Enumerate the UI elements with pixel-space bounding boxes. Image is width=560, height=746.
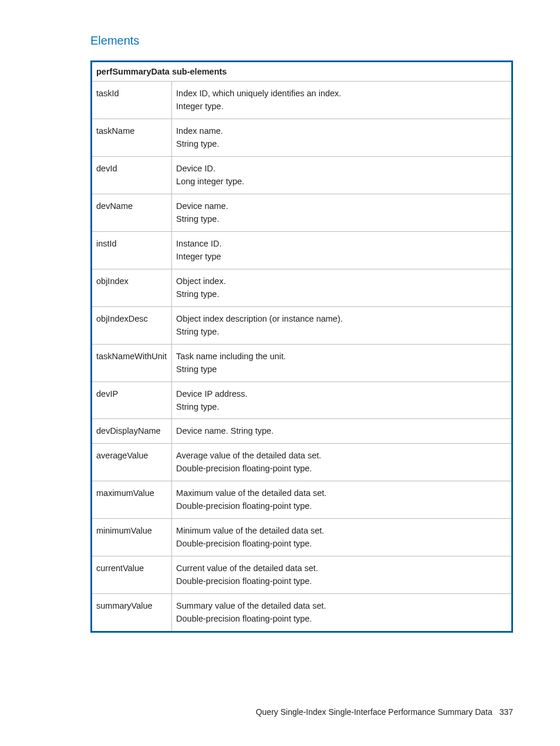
element-description: Device name.String type. [172, 194, 512, 231]
element-description: Current value of the detailed data set.D… [172, 556, 512, 593]
element-description: Device name. String type. [172, 419, 512, 443]
element-description: Index name.String type. [172, 119, 512, 156]
table-row: objIndexDescObject index description (or… [92, 306, 512, 344]
footer-text: Query Single-Index Single-Interface Perf… [256, 707, 492, 717]
element-description: Index ID, which uniquely identifies an i… [172, 82, 512, 119]
element-description: Object index.String type. [172, 269, 512, 306]
element-description: Device IP address.String type. [172, 382, 512, 419]
element-name: objIndex [92, 269, 172, 306]
element-name: averageValue [92, 443, 172, 481]
section-title: Elements [90, 34, 513, 48]
table-row: objIndexObject index.String type. [92, 269, 512, 306]
table-row: maximumValueMaximum value of the detaile… [92, 481, 512, 518]
element-name: devId [92, 156, 172, 194]
element-description: Summary value of the detailed data set.D… [172, 593, 512, 632]
page-footer: Query Single-Index Single-Interface Perf… [256, 707, 513, 717]
table-header: perfSummaryData sub-elements [92, 62, 512, 82]
page-number: 337 [500, 707, 513, 717]
table-row: taskNameWithUnitTask name including the … [92, 344, 512, 382]
table-row: averageValueAverage value of the detaile… [92, 443, 512, 481]
table-row: minimumValueMinimum value of the detaile… [92, 518, 512, 556]
element-name: taskNameWithUnit [92, 344, 172, 382]
element-description: Average value of the detailed data set.D… [172, 443, 512, 481]
elements-table: perfSummaryData sub-elements taskIdIndex… [90, 60, 513, 633]
element-description: Instance ID.Integer type [172, 231, 512, 269]
table-row: summaryValueSummary value of the detaile… [92, 593, 512, 632]
table-row: currentValueCurrent value of the detaile… [92, 556, 512, 593]
element-name: summaryValue [92, 593, 172, 632]
element-name: devDisplayName [92, 419, 172, 443]
element-name: devName [92, 194, 172, 231]
element-description: Minimum value of the detailed data set.D… [172, 518, 512, 556]
element-name: objIndexDesc [92, 306, 172, 344]
table-row: devDisplayNameDevice name. String type. [92, 419, 512, 443]
element-name: minimumValue [92, 518, 172, 556]
table-row: taskIdIndex ID, which uniquely identifie… [92, 82, 512, 119]
table-row: devNameDevice name.String type. [92, 194, 512, 231]
element-description: Task name including the unit.String type [172, 344, 512, 382]
element-name: taskName [92, 119, 172, 156]
element-name: currentValue [92, 556, 172, 593]
element-description: Maximum value of the detailed data set.D… [172, 481, 512, 518]
table-row: instIdInstance ID.Integer type [92, 231, 512, 269]
table-row: taskNameIndex name.String type. [92, 119, 512, 156]
table-row: devIPDevice IP address.String type. [92, 382, 512, 419]
element-name: maximumValue [92, 481, 172, 518]
element-name: instId [92, 231, 172, 269]
element-description: Device ID.Long integer type. [172, 156, 512, 194]
table-row: devIdDevice ID.Long integer type. [92, 156, 512, 194]
element-name: devIP [92, 382, 172, 419]
element-name: taskId [92, 82, 172, 119]
element-description: Object index description (or instance na… [172, 306, 512, 344]
